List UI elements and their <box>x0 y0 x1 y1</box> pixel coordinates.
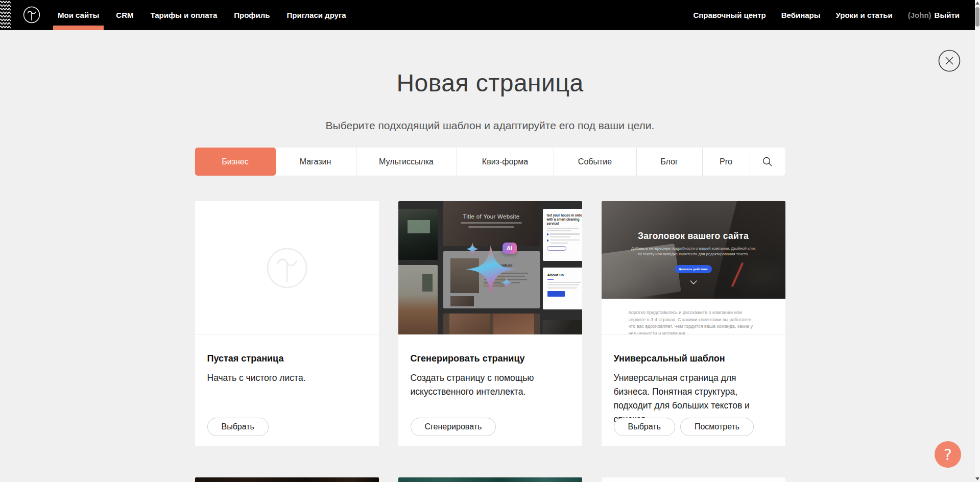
card-title: Сгенерировать страницу <box>411 353 570 364</box>
nav-item-crm[interactable]: CRM <box>116 0 133 30</box>
ai-sparkle-icon <box>398 201 582 334</box>
tab-label: Событие <box>578 157 612 166</box>
nav-right-menu: Справочный центр Вебинары Уроки и статьи… <box>678 0 960 30</box>
template-card-partial-white[interactable] <box>602 477 785 482</box>
scrollbar-up-arrow-icon[interactable] <box>975 2 979 5</box>
card-info: Универсальный шаблон Универсальная стран… <box>602 335 785 446</box>
nav-item-label: Справочный центр <box>693 11 766 19</box>
scrollbar-thumb[interactable] <box>975 7 979 27</box>
tab-label: Бизнес <box>222 157 249 166</box>
tab-blog[interactable]: Блог <box>637 148 703 176</box>
template-cta-button: Целевое действие <box>675 265 712 273</box>
zigzag-pattern-decoration <box>0 0 11 30</box>
nav-item-webinars[interactable]: Вебинары <box>781 11 821 19</box>
nav-item-label: Пригласи друга <box>286 11 346 19</box>
nav-item-label: Мои сайты <box>58 11 99 19</box>
nav-item-invite-friend[interactable]: Пригласи друга <box>286 0 346 30</box>
tab-search[interactable] <box>750 148 785 176</box>
tab-pro[interactable]: Pro <box>703 148 750 176</box>
tab-store[interactable]: Магазин <box>275 148 356 176</box>
nav-menu: Мои сайты CRM Тарифы и оплата Профиль Пр… <box>58 0 363 30</box>
logout-label: Выйти <box>935 11 960 19</box>
main-content: Новая страница Выберите подходящий шабло… <box>195 0 785 482</box>
template-card-partial-dark[interactable] <box>195 477 379 482</box>
search-icon <box>762 156 773 167</box>
nav-item-my-sites[interactable]: Мои сайты <box>58 0 99 30</box>
close-button[interactable] <box>938 50 961 72</box>
template-category-tabs: Бизнес Магазин Мультиссылка Квиз-форма С… <box>195 148 785 176</box>
choose-button[interactable]: Выбрать <box>207 418 269 436</box>
template-cards-row-partial <box>195 477 785 482</box>
nav-item-label: Тарифы и оплата <box>150 11 217 19</box>
template-cards-row: Пустая страница Начать с чистого листа. … <box>195 201 785 446</box>
page-scrollbar[interactable] <box>975 0 980 482</box>
template-hero-section: Заголовок вашего сайта Добавьте интересн… <box>602 201 785 299</box>
tilda-logo-icon[interactable] <box>23 6 40 23</box>
tab-multilink[interactable]: Мультиссылка <box>356 148 457 176</box>
nav-item-label: CRM <box>116 11 133 19</box>
tab-label: Мультиссылка <box>379 157 434 166</box>
nav-item-lessons[interactable]: Уроки и статьи <box>836 11 893 19</box>
card-description: Начать с чистого листа. <box>207 371 367 385</box>
view-button[interactable]: Посмотреть <box>680 418 754 436</box>
tab-label: Блог <box>660 157 678 166</box>
tab-label: Pro <box>720 157 732 166</box>
card-title: Пустая страница <box>207 353 367 364</box>
tab-event[interactable]: Событие <box>554 148 637 176</box>
card-description: Создать страницу с помощью искусственног… <box>411 371 570 399</box>
template-card-partial-teal[interactable] <box>398 477 582 482</box>
template-card-blank-page[interactable]: Пустая страница Начать с чистого листа. … <box>195 201 379 446</box>
template-body-section: Коротко представьтесь и расскажите о ком… <box>602 299 785 335</box>
ai-generate-preview: Title of Your Website eature Get your ho… <box>398 201 582 335</box>
blank-page-preview <box>195 201 379 335</box>
template-hero-title: Заголовок вашего сайта <box>602 231 785 242</box>
top-navigation-bar: Мои сайты CRM Тарифы и оплата Профиль Пр… <box>0 0 975 30</box>
nav-item-label: Профиль <box>234 11 270 19</box>
active-tab-underline <box>53 26 104 30</box>
scrollbar-down-arrow-icon[interactable] <box>975 477 979 480</box>
template-body-text: Коротко представьтесь и расскажите о ком… <box>629 309 758 335</box>
nav-item-profile[interactable]: Профиль <box>234 0 270 30</box>
nav-item-label: Уроки и статьи <box>836 11 893 19</box>
page-subtitle: Выберите подходящий шаблон и адаптируйте… <box>195 119 785 132</box>
nav-item-pricing[interactable]: Тарифы и оплата <box>150 0 217 30</box>
tab-business[interactable]: Бизнес <box>195 148 276 176</box>
question-mark-icon: ? <box>944 446 952 464</box>
choose-button[interactable]: Выбрать <box>614 418 675 436</box>
page-title: Новая страница <box>195 70 785 97</box>
chevron-down-icon <box>690 280 697 284</box>
universal-template-preview: Заголовок вашего сайта Добавьте интересн… <box>602 201 785 335</box>
nav-item-logout[interactable]: (John) Выйти <box>908 11 960 19</box>
card-info: Сгенерировать страницу Создать страницу … <box>398 335 582 446</box>
tilda-watermark-icon <box>266 247 308 290</box>
template-card-ai-generate[interactable]: Title of Your Website eature Get your ho… <box>398 201 582 446</box>
tab-label: Магазин <box>300 157 331 166</box>
card-title: Универсальный шаблон <box>614 353 773 364</box>
tab-label: Квиз-форма <box>482 157 528 166</box>
tab-quiz-form[interactable]: Квиз-форма <box>457 148 554 176</box>
generate-button[interactable]: Сгенерировать <box>411 418 496 436</box>
ai-badge: AI <box>503 243 517 254</box>
user-name: (John) <box>908 11 931 19</box>
nav-item-help-center[interactable]: Справочный центр <box>693 11 766 19</box>
help-button[interactable]: ? <box>935 441 961 468</box>
card-info: Пустая страница Начать с чистого листа. … <box>195 335 379 446</box>
template-card-universal[interactable]: Заголовок вашего сайта Добавьте интересн… <box>602 201 785 446</box>
template-hero-subtitle: Добавьте интересные подробности о вашей … <box>631 246 756 257</box>
nav-item-label: Вебинары <box>781 11 821 19</box>
